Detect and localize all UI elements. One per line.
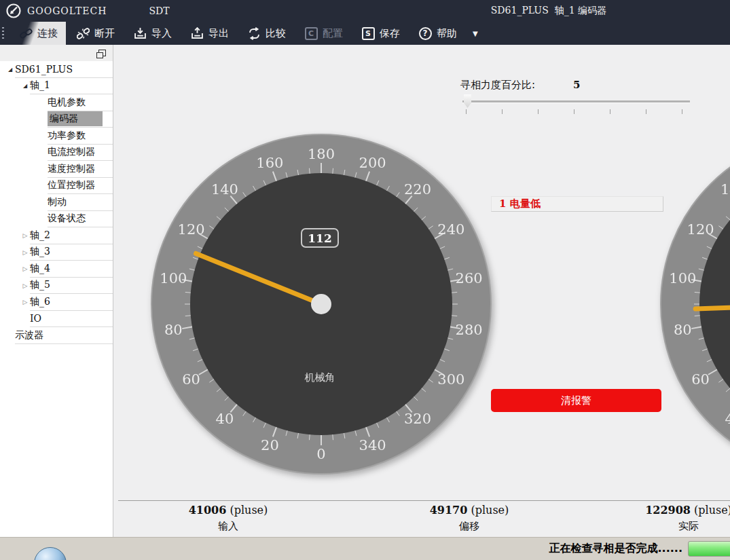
svg-text:100: 100 (669, 270, 696, 286)
svg-text:300: 300 (437, 371, 464, 388)
chain-icon (19, 26, 33, 40)
phase-finding-strength-value: 5 (573, 79, 580, 91)
sidebar-item-label: 功率参数 (48, 130, 86, 142)
sidebar-item-axis-2[interactable]: ▷ 轴_2 (0, 227, 113, 244)
sidebar-item-label: 制动 (48, 196, 67, 208)
device-tree-panel: ◢ SD61_PLUS ◢ 轴_1 电机参数 编码器 功率参数 电流控制器 速度… (0, 45, 113, 538)
svg-text:220: 220 (404, 181, 431, 198)
svg-text:40: 40 (725, 411, 730, 427)
svg-text:机械角: 机械角 (305, 371, 335, 384)
toolbar-item-label: 导出 (208, 27, 229, 40)
import-icon (133, 26, 147, 40)
sidebar-item-label: 轴_2 (30, 229, 50, 242)
expand-closed-icon[interactable]: ▷ (20, 227, 30, 244)
toolbar-item-compare[interactable]: 比较 (239, 22, 294, 45)
sidebar-item-label: 电机参数 (48, 96, 86, 109)
machine-angle-gauge: 0204060801001201401601802002202402602803… (145, 128, 498, 481)
status-bar: 正在检查寻相是否完成...... (0, 537, 730, 560)
tree-indent (5, 327, 15, 344)
sidebar-item-oscilloscope[interactable]: 示波器 (0, 327, 113, 344)
sidebar-item-speed-controller[interactable]: 速度控制器 (0, 161, 113, 178)
expand-open-icon[interactable]: ◢ (20, 78, 30, 95)
svg-text:240: 240 (437, 221, 464, 238)
config-icon: C (304, 26, 318, 40)
tree-indent (38, 178, 48, 195)
toolbar-item-label: 比较 (266, 27, 286, 40)
sidebar-item-axis-3[interactable]: ▷ 轴_3 (0, 244, 113, 261)
toolbar-item-label: 断开 (94, 27, 115, 40)
sidebar-item-axis-5[interactable]: ▷ 轴_5 (0, 278, 113, 295)
expand-closed-icon[interactable]: ▷ (20, 244, 30, 261)
alarm-list: 1 电量低 (491, 196, 663, 212)
toolbar-drag-handle[interactable] (2, 27, 4, 41)
float-window-icon[interactable] (98, 50, 106, 56)
toolbar-item-disconnect[interactable]: 断开 (68, 22, 123, 45)
title-bar: GOOGOLTECH SDT SD61_PLUS 轴_1 编码器 (0, 0, 730, 22)
readout-value: 41006 (pluse) (153, 504, 303, 517)
expand-closed-icon[interactable]: ▷ (20, 278, 30, 295)
sidebar-item-label: 电流控制器 (48, 146, 95, 158)
secondary-gauge: 0204060801001201401601802002202402602803… (654, 128, 730, 481)
panel-header (0, 45, 113, 61)
sidebar-item-axis-6[interactable]: ▷ 轴_6 (0, 294, 113, 311)
save-icon: S (361, 26, 375, 40)
sidebar-item-device-status[interactable]: 设备状态 (0, 211, 113, 228)
status-message: 正在检查寻相是否完成...... (549, 542, 682, 556)
sidebar-item-motor-params[interactable]: 电机参数 (0, 94, 113, 111)
expand-open-icon[interactable]: ◢ (5, 61, 15, 78)
toolbar-item-connect[interactable]: 连接 (11, 22, 66, 45)
sidebar-item-label: 轴_3 (30, 246, 50, 258)
svg-text:60: 60 (182, 371, 200, 388)
expand-closed-icon[interactable]: ▷ (20, 261, 30, 278)
svg-text:140: 140 (720, 181, 730, 198)
sidebar-item-label: 轴_6 (30, 296, 50, 308)
readout-实际: 122908 (pluse) 实际 (614, 504, 730, 533)
svg-text:320: 320 (404, 411, 431, 427)
toolbar-item-export[interactable]: 导出 (182, 22, 237, 45)
toolbar-item-save[interactable]: S 保存 (353, 22, 408, 45)
encoder-page: 寻相力度百分比: 5 1 电量低 清报警 0204060801001201401… (114, 45, 730, 538)
readout-label: 实际 (614, 520, 730, 533)
sidebar-item-io[interactable]: IO (0, 311, 113, 328)
sidebar-item-power-params[interactable]: 功率参数 (0, 128, 113, 145)
slider-tick-marks (466, 109, 691, 114)
sidebar-item-current-controller[interactable]: 电流控制器 (0, 145, 113, 162)
sidebar-item-encoder[interactable]: 编码器 (0, 111, 113, 128)
sidebar-item-axis-4[interactable]: ▷ 轴_4 (0, 261, 113, 278)
toolbar-items: 连接 断开 导入 导出 比较 C 配置 S 保存 ? 帮助 (11, 22, 467, 45)
tree-indent (38, 94, 48, 111)
svg-text:0: 0 (316, 446, 325, 462)
sidebar-item-label: 示波器 (15, 329, 43, 341)
clear-alarm-button[interactable]: 清报警 (491, 389, 661, 412)
googoltech-logo-icon (5, 3, 22, 19)
sidebar-item-sd61-plus[interactable]: ◢ SD61_PLUS (0, 61, 113, 78)
svg-text:200: 200 (359, 155, 386, 171)
toolbar: 连接 断开 导入 导出 比较 C 配置 S 保存 ? 帮助 ▼ (0, 22, 730, 45)
chevron-down-icon[interactable]: ▼ (467, 30, 483, 37)
sidebar-item-brake[interactable]: 制动 (0, 194, 113, 211)
toolbar-item-import[interactable]: 导入 (125, 22, 180, 45)
alarm-item[interactable]: 1 电量低 (491, 196, 663, 212)
sidebar-item-label: 位置控制器 (48, 179, 95, 191)
svg-text:80: 80 (674, 322, 692, 338)
compare-icon (247, 26, 261, 40)
toolbar-item-label: 连接 (37, 27, 58, 40)
readout-label: 输入 (153, 520, 303, 533)
svg-text:260: 260 (456, 270, 483, 286)
progress-bar (688, 541, 730, 557)
sidebar-item-position-controller[interactable]: 位置控制器 (0, 178, 113, 195)
toolbar-item-label: 导入 (151, 27, 172, 40)
svg-text:280: 280 (456, 322, 483, 338)
sidebar-item-label: 轴_5 (30, 279, 50, 291)
device-tree: ◢ SD61_PLUS ◢ 轴_1 电机参数 编码器 功率参数 电流控制器 速度… (0, 61, 113, 344)
connection-sphere-icon (34, 547, 67, 560)
phase-finding-strength-slider-thumb[interactable] (464, 94, 471, 108)
tree-indent (38, 211, 48, 228)
toolbar-item-help[interactable]: ? 帮助 (410, 22, 465, 45)
expand-closed-icon[interactable]: ▷ (20, 294, 30, 311)
sidebar-item-axis-1[interactable]: ◢ 轴_1 (0, 78, 113, 95)
toolbar-item-config[interactable]: C 配置 (296, 22, 351, 45)
svg-text:60: 60 (691, 371, 710, 388)
svg-text:120: 120 (687, 221, 714, 238)
phase-finding-strength-slider-track[interactable] (462, 100, 690, 103)
